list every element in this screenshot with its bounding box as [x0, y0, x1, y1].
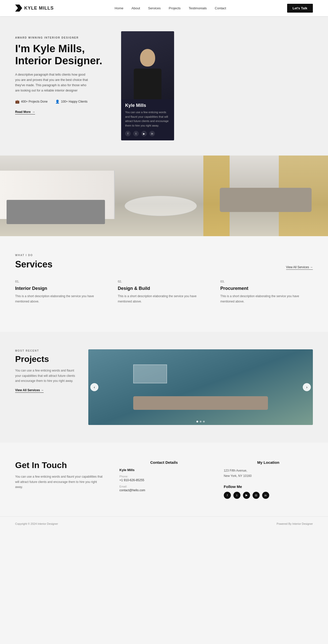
- services-grid: 01. Interior Design This is a short desc…: [15, 280, 313, 304]
- service-num-2: 02.: [118, 280, 210, 283]
- footer-youtube-icon[interactable]: ▶: [243, 492, 250, 499]
- contact-description: You can use a few enticing words and fla…: [15, 474, 104, 489]
- location-title: My Location: [224, 460, 313, 465]
- footer-powered-by: Powered By Interior Designer: [277, 522, 313, 525]
- project-carousel: ‹ ›: [88, 349, 313, 425]
- service-card-1: 01. Interior Design This is a short desc…: [15, 280, 108, 304]
- nav-home[interactable]: Home: [115, 6, 123, 10]
- nav-about[interactable]: About: [131, 6, 140, 10]
- interior-photo: [0, 156, 328, 236]
- hero-card-name: Kyle Mills: [125, 103, 170, 108]
- service-title-2: Design & Build: [118, 286, 210, 291]
- stat-projects: 💼 400+ Projects Done: [15, 100, 48, 104]
- services-section: WHAT I DO Services View All Services → 0…: [0, 236, 328, 332]
- hero-stats: 💼 400+ Projects Done 👤 100+ Happy Client…: [15, 100, 111, 104]
- footer-twitter-icon[interactable]: t: [233, 492, 240, 499]
- service-desc-1: This is a short description elaborating …: [15, 294, 108, 304]
- arrow-right-icon: →: [32, 110, 35, 114]
- hero-profile-card: Kyle Mills You can use a few enticing wo…: [121, 31, 174, 140]
- nav-links: Home About Services Projects Testimonial…: [115, 6, 226, 10]
- project-image: [88, 349, 313, 425]
- hero-description: A descriptive paragraph that tells clien…: [15, 72, 91, 94]
- service-card-2: 02. Design & Build This is a short descr…: [118, 280, 210, 304]
- briefcase-icon: 💼: [15, 100, 19, 104]
- navbar: KYLE MILLS Home About Services Projects …: [0, 0, 328, 16]
- nav-testimonials[interactable]: Testimonials: [189, 6, 207, 10]
- portrait-figure: [132, 41, 163, 99]
- footer-copyright: Copyright © 2024 Interior Designer: [15, 522, 58, 525]
- read-more-link[interactable]: Read More →: [15, 110, 35, 114]
- contact-person-name: Kyle Mills: [119, 468, 208, 472]
- hero-card-info: Kyle Mills You can use a few enticing wo…: [121, 99, 174, 140]
- contact-email-label: Email:: [119, 485, 208, 488]
- service-card-3: 03. Procurement This is a short descript…: [220, 280, 313, 304]
- carousel-prev-button[interactable]: ‹: [90, 383, 98, 391]
- carousel-dot-2[interactable]: [200, 421, 202, 422]
- logo[interactable]: KYLE MILLS: [15, 5, 54, 12]
- projects-left: MOST RECENT Projects You can use a few e…: [15, 349, 76, 393]
- service-num-3: 03.: [220, 280, 313, 283]
- facebook-icon[interactable]: f: [125, 131, 131, 136]
- projects-description: You can use a few enticing words and fla…: [15, 368, 76, 383]
- contact-email-value: contact@hello.com: [119, 488, 208, 492]
- logo-icon: [15, 5, 22, 12]
- stat-projects-value: 400+ Projects Done: [21, 100, 48, 103]
- linkedin-icon[interactable]: in: [149, 131, 155, 136]
- youtube-icon[interactable]: ▶: [141, 131, 147, 136]
- service-title-1: Interior Design: [15, 286, 108, 291]
- hero-text: AWARD WINNING INTERIOR DESIGNER I'm Kyle…: [15, 36, 111, 114]
- projects-view-all-link[interactable]: View All Services →: [15, 388, 44, 393]
- services-eyebrow: WHAT I DO: [15, 254, 313, 257]
- service-title-3: Procurement: [220, 286, 313, 291]
- project-wall-art: [133, 364, 167, 383]
- contact-phone-value: +1 910-626-85255: [119, 478, 208, 482]
- dining-table: [125, 196, 197, 216]
- contact-right: My Location 123 Fifth Avenue,New York, N…: [224, 460, 313, 499]
- contact-left: Get In Touch You can use a few enticing …: [15, 460, 104, 499]
- living-sofa: [220, 188, 312, 212]
- footer-socials: f t ▶ ◎ in: [224, 492, 313, 499]
- view-all-services-link[interactable]: View All Services →: [286, 265, 313, 270]
- lets-talk-button[interactable]: Let's Talk: [287, 4, 313, 13]
- follow-me-title: Follow Me: [224, 484, 313, 489]
- hero-card-desc: You can use a few enticing words and fla…: [125, 110, 170, 128]
- logo-text: KYLE MILLS: [24, 6, 54, 11]
- footer-linkedin-icon[interactable]: in: [262, 492, 269, 499]
- carousel-dot-1[interactable]: [197, 421, 198, 422]
- carousel-dot-3[interactable]: [203, 421, 205, 422]
- nav-contact[interactable]: Contact: [215, 6, 226, 10]
- location-address: 123 Fifth Avenue,New York, NY 10160: [224, 468, 313, 478]
- service-desc-2: This is a short description elaborating …: [118, 294, 210, 304]
- footer: Copyright © 2024 Interior Designer Power…: [0, 516, 328, 531]
- nav-services[interactable]: Services: [148, 6, 161, 10]
- nav-projects[interactable]: Projects: [169, 6, 181, 10]
- carousel-next-button[interactable]: ›: [303, 383, 311, 391]
- footer-instagram-icon[interactable]: ◎: [253, 492, 260, 499]
- services-title: Services: [15, 259, 52, 270]
- projects-right: ‹ ›: [88, 349, 313, 425]
- service-num-1: 01.: [15, 280, 108, 283]
- stat-clients-value: 100+ Happy Clients: [61, 100, 88, 103]
- contact-middle: Contact Details Kyle Mills Phone: +1 910…: [119, 460, 208, 499]
- hero-section: AWARD WINNING INTERIOR DESIGNER I'm Kyle…: [0, 16, 328, 156]
- services-header: Services View All Services →: [15, 259, 313, 270]
- carousel-dots: [197, 421, 205, 422]
- portrait-head: [140, 49, 155, 67]
- kitchen-appliance: [7, 200, 105, 224]
- hero-card-socials: f t ▶ in: [125, 131, 170, 136]
- project-sofa: [133, 396, 268, 410]
- footer-facebook-icon[interactable]: f: [224, 492, 231, 499]
- hero-portrait: [121, 31, 174, 99]
- contact-phone-label: Phone:: [119, 475, 208, 478]
- hero-title: I'm Kyle Mills, Interior Designer.: [15, 43, 111, 67]
- project-room: [88, 349, 313, 425]
- service-desc-3: This is a short description elaborating …: [220, 294, 313, 304]
- contact-details-title: Contact Details: [119, 460, 208, 465]
- projects-section: MOST RECENT Projects You can use a few e…: [0, 332, 328, 443]
- stat-clients: 👤 100+ Happy Clients: [55, 100, 88, 104]
- twitter-icon[interactable]: t: [133, 131, 139, 136]
- projects-eyebrow: MOST RECENT: [15, 349, 76, 352]
- portrait-body: [134, 69, 161, 99]
- projects-title: Projects: [15, 354, 76, 364]
- interior-image-section: [0, 156, 328, 236]
